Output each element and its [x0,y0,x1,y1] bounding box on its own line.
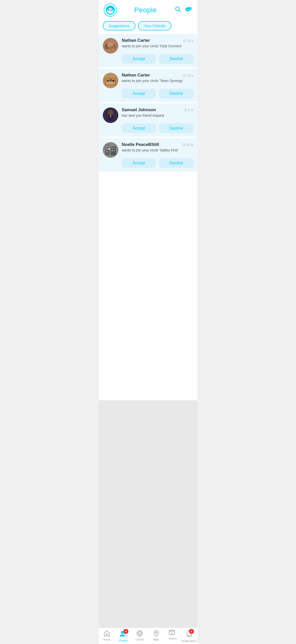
svg-point-15 [186,9,187,10]
home-icon [103,630,110,637]
videos-icon [169,630,176,636]
svg-line-25 [184,41,185,41]
svg-rect-67 [137,633,137,634]
svg-point-9 [111,10,112,11]
circles-icon [136,630,143,637]
nav-notifications-label: Notifications [182,639,197,642]
nav-circles-label: Circles [135,638,144,641]
card-actions: Accept Decline [122,124,193,133]
svg-point-14 [188,7,192,10]
person-name: Nathan Carter [122,73,150,78]
svg-rect-48 [106,146,108,147]
notification-time: 15 s [183,73,193,77]
svg-rect-55 [112,150,113,151]
decline-button[interactable]: Decline [159,54,193,64]
svg-rect-35 [103,107,118,123]
notification-card: Noelle PeaceBStill 10 w wants to join yo… [99,138,198,171]
chat-icon[interactable] [185,6,192,15]
svg-point-69 [156,632,157,633]
svg-rect-49 [108,146,110,147]
filter-suggestions[interactable]: Suggestions [103,21,136,30]
header-actions [174,6,192,15]
person-name: Noelle PeaceBStill [122,142,159,147]
card-actions: Accept Decline [122,158,193,168]
card-actions: Accept Decline [122,54,193,64]
svg-rect-54 [114,148,115,149]
notification-message: wants to join your circle 'Safety First' [122,148,193,152]
svg-point-40 [109,112,110,113]
person-name: Nathan Carter [122,38,150,43]
svg-rect-53 [112,148,113,149]
svg-point-21 [112,44,117,49]
notifications-badge: 4 [189,629,194,634]
notification-message: wants to join your circle 'Team Synergy' [122,79,193,83]
svg-rect-45 [103,142,118,158]
avatar [103,73,118,88]
avatar [103,38,118,54]
svg-line-12 [179,10,181,12]
svg-point-17 [188,9,189,10]
map-icon [153,630,159,637]
svg-rect-50 [106,148,108,150]
svg-rect-68 [142,633,143,634]
bottom-nav: Home 4 People Circles [99,628,198,644]
person-name: Samuel Johnson [122,107,156,112]
card-info: Nathan Carter 11 s wants to join your ci… [122,38,193,51]
svg-rect-66 [139,636,140,636]
card-info: Nathan Carter 15 s wants to join your ci… [122,73,193,86]
nav-home[interactable]: Home [99,630,115,642]
nav-people[interactable]: 4 People [115,630,132,642]
nav-map[interactable]: Map [148,630,165,642]
nav-circles[interactable]: Circles [132,630,148,642]
svg-rect-51 [108,148,110,150]
notification-message: has sent you friend request [122,113,193,117]
svg-point-41 [111,112,112,113]
nav-people-label: People [119,639,128,642]
svg-point-30 [109,79,112,82]
svg-point-16 [187,9,188,10]
notification-card: Nathan Carter 11 s wants to join your ci… [99,34,198,67]
accept-button[interactable]: Accept [122,54,156,64]
page-title: People [134,6,157,14]
nav-map-label: Map [154,638,159,641]
header: People [99,0,198,19]
card-info: Noelle PeaceBStill 10 w wants to join yo… [122,142,193,155]
svg-marker-74 [171,633,173,634]
svg-rect-70 [169,630,175,635]
svg-point-29 [107,79,109,82]
decline-button[interactable]: Decline [159,124,193,133]
avatar [103,142,118,158]
nav-videos-label: Videos [169,637,177,640]
accept-button[interactable]: Accept [122,89,156,98]
search-icon[interactable] [174,6,181,15]
svg-point-36 [108,110,113,115]
card-info: Samuel Johnson 2 m has sent you friend r… [122,107,193,120]
svg-rect-52 [106,151,108,152]
svg-line-44 [185,110,186,111]
notification-time: 2 m [184,108,193,112]
notification-message: wants to join your circle 'Club Connect' [122,44,193,48]
accept-button[interactable]: Accept [122,124,156,133]
svg-point-22 [109,46,113,50]
decline-button[interactable]: Decline [159,158,193,168]
avatar [103,107,118,123]
empty-area [99,400,198,628]
svg-line-59 [184,145,185,145]
filter-bar: Suggestions Your Friends [99,19,198,34]
svg-rect-56 [114,150,115,151]
app-logo[interactable] [104,4,117,17]
svg-line-34 [184,75,185,76]
accept-button[interactable]: Accept [122,158,156,168]
svg-point-31 [112,79,115,82]
svg-point-75 [189,636,190,637]
notification-time: 10 w [182,143,193,147]
decline-button[interactable]: Decline [159,89,193,98]
notification-card: Nathan Carter 15 s wants to join your ci… [99,69,198,102]
svg-point-64 [139,633,140,634]
nav-notifications[interactable]: 4 Notifications [181,630,198,642]
notifications-list: Nathan Carter 11 s wants to join your ci… [99,34,198,400]
filter-your-friends[interactable]: Your Friends [138,21,171,30]
nav-videos[interactable]: Videos [165,630,181,642]
card-actions: Accept Decline [122,89,193,98]
svg-point-8 [108,10,109,11]
